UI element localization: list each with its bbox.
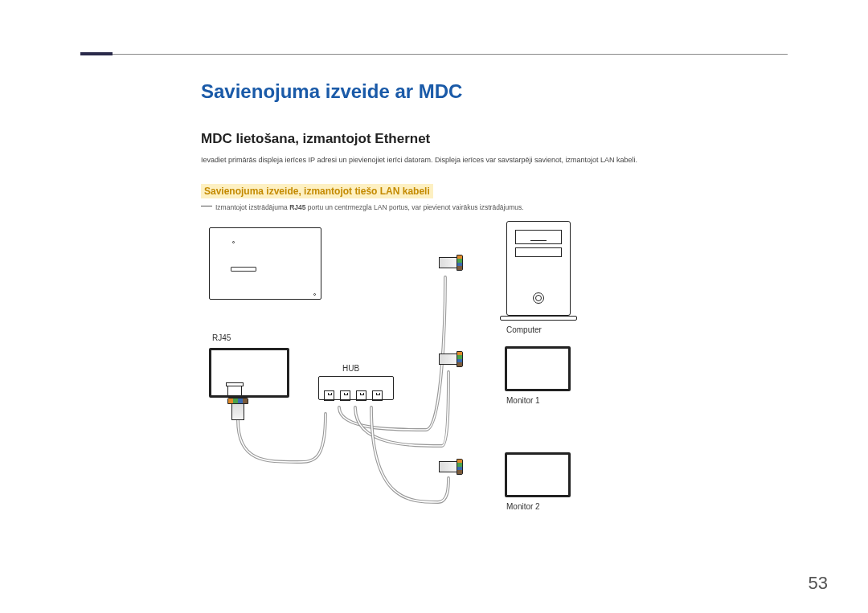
note-suffix: portu un centrmezgla LAN portus, var pie… bbox=[305, 203, 523, 211]
monitor1-label: Monitor 1 bbox=[506, 396, 540, 405]
header-rule-accent bbox=[80, 52, 113, 55]
display-front-icon bbox=[209, 227, 321, 300]
computer-icon bbox=[506, 221, 571, 316]
section-subtitle: MDC lietošana, izmantojot Ethernet bbox=[201, 131, 788, 147]
monitor-icon bbox=[505, 452, 571, 497]
rj45-port-icon bbox=[226, 382, 244, 398]
note-prefix: Izmantojot izstrādājuma bbox=[215, 203, 289, 211]
connection-diagram: RJ45 HUB bbox=[201, 221, 651, 558]
computer-label: Computer bbox=[506, 325, 542, 334]
sub-heading: Savienojuma izveide, izmantojot tiešo LA… bbox=[201, 184, 433, 198]
ethernet-plug-icon bbox=[439, 351, 463, 367]
display-back-icon bbox=[209, 348, 289, 398]
section-body: Ievadiet primārās displeja ierīces IP ad… bbox=[201, 155, 788, 166]
note-bold: RJ45 bbox=[289, 203, 305, 211]
ethernet-plug-icon bbox=[439, 459, 463, 475]
ethernet-plug-icon bbox=[439, 255, 463, 271]
monitor-icon bbox=[505, 346, 571, 391]
note-dash-icon bbox=[201, 206, 212, 206]
computer-base-icon bbox=[500, 316, 577, 321]
monitor2-label: Monitor 2 bbox=[506, 502, 540, 511]
header-rule bbox=[80, 54, 788, 55]
note-text: Izmantojot izstrādājuma RJ45 portu un ce… bbox=[201, 203, 788, 211]
page-title: Savienojuma izveide ar MDC bbox=[201, 80, 788, 103]
rj45-label: RJ45 bbox=[212, 333, 231, 342]
hub-icon bbox=[318, 376, 394, 400]
page-number: 53 bbox=[809, 573, 828, 594]
hub-label: HUB bbox=[342, 364, 359, 373]
ethernet-plug-icon bbox=[227, 398, 248, 420]
